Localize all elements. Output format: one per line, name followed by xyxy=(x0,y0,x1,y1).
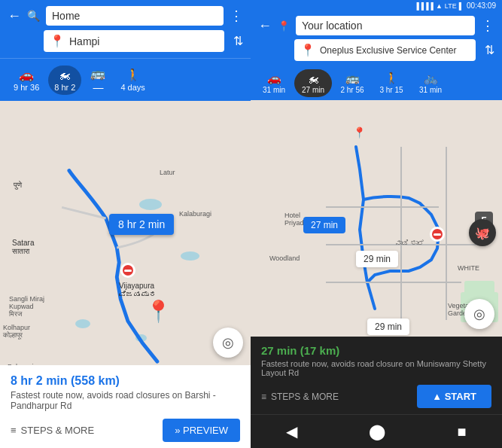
clock-display: 00:43:09 xyxy=(467,2,496,10)
rt-bike[interactable]: 🚲 31 min xyxy=(412,69,449,97)
destination-marker: 📍 xyxy=(145,299,172,324)
transport-bar-left: 🚗 9 hr 36 🏍 8 hr 2 🚌 — 🚶 4 days xyxy=(0,58,251,101)
city-latur: Latur xyxy=(160,169,175,176)
woodland-label: Woodland xyxy=(269,254,300,262)
white-label: WHITE xyxy=(458,264,479,272)
right-header: ← 📍 Your location ⋮ 📍 Oneplus Exclusive … xyxy=(251,11,502,66)
data-icon: LTE xyxy=(445,2,457,10)
right-bottom-panel: 27 min (17 km) Fastest route now, avoids… xyxy=(251,337,502,414)
route-description-left: Fastest route now, avoids road closures … xyxy=(11,390,240,411)
preview-button[interactable]: » PREVIEW xyxy=(163,419,240,442)
start-button[interactable]: ▲ START xyxy=(417,385,491,408)
rt-walk-time: 3 hr 15 xyxy=(379,86,403,94)
rt-bike-icon: 🚲 xyxy=(424,72,438,85)
rt-bus-time: 2 hr 56 xyxy=(340,86,364,94)
bus-icon: 🚌 xyxy=(90,66,105,81)
transport-car[interactable]: 🚗 9 hr 36 xyxy=(8,65,45,95)
city-kolhapur: Kolhapurकोल्हापूर xyxy=(3,324,30,340)
rt-car[interactable]: 🚗 31 min xyxy=(255,69,293,97)
to-input-right[interactable]: 📍 Oneplus Exclusive Service Center xyxy=(294,39,476,61)
rt-walk[interactable]: 🚶 3 hr 15 xyxy=(373,69,410,97)
status-icons: ▐▐▐▐ ▲ LTE ▌ xyxy=(414,2,464,10)
time-bubble-left: 8 hr 2 min xyxy=(109,214,174,235)
steps-more-button-left[interactable]: ≡ STEPS & MORE xyxy=(11,425,94,436)
signal-icon: ▐▐▐▐ xyxy=(414,2,434,10)
transport-moto[interactable]: 🏍 8 hr 2 xyxy=(48,66,81,95)
swap-icon-left[interactable]: ⇅ xyxy=(233,34,243,48)
transport-bus[interactable]: 🚌 — xyxy=(84,63,111,96)
swap-icon-right[interactable]: ⇅ xyxy=(485,43,494,57)
car-icon: 🚗 xyxy=(19,68,34,82)
rt-car-icon: 🚗 xyxy=(267,72,281,85)
from-input-left[interactable]: Home xyxy=(46,6,224,26)
city-sangli: Sangli MirajKupwadमिरज xyxy=(9,295,44,318)
no-entry-sign xyxy=(120,263,135,278)
location-icon: ◎ xyxy=(222,334,234,351)
home-nav-button[interactable]: ⬤ xyxy=(354,419,400,443)
rt-bus[interactable]: 🚌 2 hr 56 xyxy=(333,69,371,97)
left-bottom-panel: 8 hr 2 min (558 km) Fastest route now, a… xyxy=(0,365,251,448)
walk-time: 4 days xyxy=(120,83,145,92)
menu-icon-left: ≡ xyxy=(11,425,17,436)
city-kalaburagi: Kalaburagi xyxy=(179,210,211,218)
left-panel: ← 🔍 Home ⋮ 📍 Hampi ⇅ 🚗 9 hr 36 🏍 8 hr 2 xyxy=(0,0,251,448)
menu-icon-right: ≡ xyxy=(261,392,266,402)
route-description-right: Fastest route now, avoids road closure o… xyxy=(261,359,491,377)
route-time-bubble-white-2: 29 min xyxy=(367,318,409,335)
back-icon-right[interactable]: ← xyxy=(258,18,272,34)
rt-bus-icon: 🚌 xyxy=(345,72,360,85)
recent-nav-button[interactable]: ■ xyxy=(442,420,481,443)
no-entry-right xyxy=(430,227,445,242)
location-button-right[interactable]: ◎ xyxy=(464,299,494,329)
location-button-left[interactable]: ◎ xyxy=(213,328,243,358)
moto-icon: 🏍 xyxy=(59,69,71,82)
status-bar: ▐▐▐▐ ▲ LTE ▌ 00:43:09 xyxy=(251,0,502,11)
transport-bar-right: 🚗 31 min 🏍 27 min 🚌 2 hr 56 🚶 3 hr 15 🚲 … xyxy=(251,66,502,100)
rt-moto-time: 27 min xyxy=(302,86,324,94)
right-panel: ▐▐▐▐ ▲ LTE ▌ 00:43:09 ← 📍 Your location … xyxy=(251,0,502,448)
from-input-right[interactable]: Your location xyxy=(296,16,475,35)
rt-car-time: 31 min xyxy=(263,86,285,94)
left-map[interactable]: पुणे Latur Sataraसातारा Sangli MirajKupw… xyxy=(0,101,251,365)
route-summary-left: 8 hr 2 min (558 km) xyxy=(11,374,240,388)
left-header: ← 🔍 Home ⋮ 📍 Hampi ⇅ xyxy=(0,0,251,58)
dest-pin-icon-right: 📍 xyxy=(300,43,315,57)
right-map[interactable]: HotelPriyadarshini Woodland HSR LAYOUT C… xyxy=(251,100,502,337)
more-icon-right[interactable]: ⋮ xyxy=(481,17,494,34)
wifi-icon: ▲ xyxy=(436,2,443,10)
steps-more-button-right[interactable]: ≡ STEPS & MORE xyxy=(261,392,339,402)
start-marker: 📍 xyxy=(353,126,366,139)
nav-bar: ◀ ⬤ ■ xyxy=(251,414,502,448)
back-nav-button[interactable]: ◀ xyxy=(271,419,312,443)
city-satara: Sataraसातारा xyxy=(12,239,34,256)
location-pin-icon: 📍 xyxy=(278,20,290,32)
github-icon[interactable]: 🐙 xyxy=(469,219,496,246)
moto-time: 8 hr 2 xyxy=(54,83,75,92)
city-belagavi: Belagavi xyxy=(8,363,34,365)
rt-bike-time: 31 min xyxy=(419,86,442,94)
transport-walk[interactable]: 🚶 4 days xyxy=(114,65,151,95)
search-icon-left: 🔍 xyxy=(27,10,40,22)
car-time: 9 hr 36 xyxy=(14,83,39,92)
rt-walk-icon: 🚶 xyxy=(385,72,399,85)
to-input-left[interactable]: 📍 Hampi xyxy=(44,30,224,52)
rt-moto-icon: 🏍 xyxy=(308,72,319,85)
walk-icon: 🚶 xyxy=(126,68,141,82)
rt-moto[interactable]: 🏍 27 min xyxy=(294,69,332,97)
location-icon-right: ◎ xyxy=(473,306,485,322)
bus-time: — xyxy=(93,81,103,93)
route-time-bubble-white-1: 29 min xyxy=(356,251,398,267)
dest-pin-icon: 📍 xyxy=(50,34,65,48)
back-icon-left[interactable]: ← xyxy=(8,8,21,24)
route-summary-right: 27 min (17 km) xyxy=(261,344,491,357)
kannada-label: ನಾಡಿ ಶಾಲೆ xyxy=(395,239,424,247)
route-time-bubble-blue: 27 min xyxy=(303,217,345,233)
city-vijayapura: Vijayapuraವಿಜಯಪುರ xyxy=(119,282,157,298)
city-pune: पुणे xyxy=(14,181,22,190)
battery-icon: ▌ xyxy=(459,2,464,10)
more-icon-left[interactable]: ⋮ xyxy=(230,8,243,24)
